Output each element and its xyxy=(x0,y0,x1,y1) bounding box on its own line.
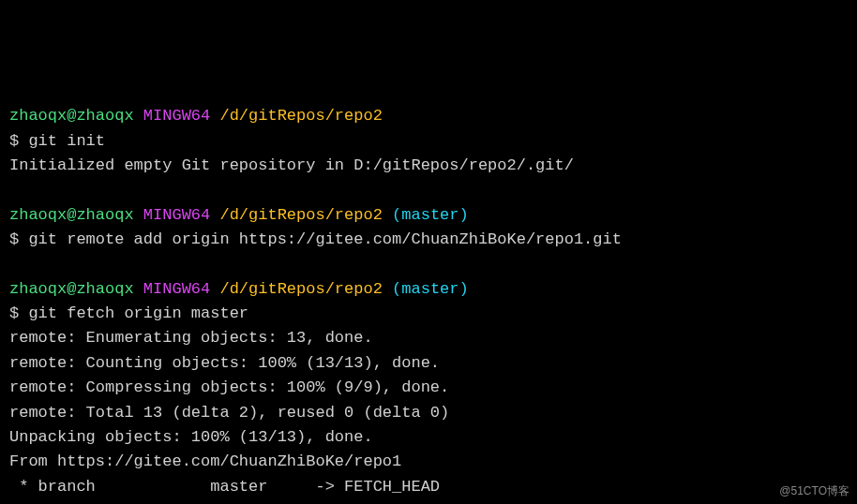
prompt-line: zhaoqx@zhaoqx MINGW64 /d/gitRepos/repo2 … xyxy=(9,277,848,302)
prompt-user: zhaoqx@zhaoqx xyxy=(9,107,134,125)
watermark-text: @51CTO博客 xyxy=(779,482,849,500)
output-line: remote: Total 13 (delta 2), reused 0 (de… xyxy=(9,401,848,425)
prompt-system: MINGW64 xyxy=(143,206,210,224)
command-line[interactable]: $ git remote add origin https://gitee.co… xyxy=(9,228,848,252)
prompt-path: /d/gitRepos/repo2 xyxy=(219,280,382,298)
prompt-branch: (master) xyxy=(392,280,469,298)
blank-line xyxy=(9,252,848,276)
command-line[interactable]: $ git init xyxy=(9,129,848,154)
prompt-dollar: $ xyxy=(9,132,28,150)
output-line: * branch master -> FETCH_HEAD xyxy=(9,475,848,499)
output-line: Unpacking objects: 100% (13/13), done. xyxy=(9,425,848,450)
prompt-path: /d/gitRepos/repo2 xyxy=(219,107,382,125)
command-text: git fetch origin master xyxy=(28,304,248,322)
prompt-path: /d/gitRepos/repo2 xyxy=(219,206,382,224)
terminal-output: zhaoqx@zhaoqx MINGW64 /d/gitRepos/repo2$… xyxy=(9,104,848,504)
output-line: remote: Enumerating objects: 13, done. xyxy=(9,326,848,350)
command-text: git init xyxy=(28,132,105,150)
output-line: remote: Counting objects: 100% (13/13), … xyxy=(9,351,848,376)
prompt-dollar: $ xyxy=(9,304,28,322)
output-line: Initialized empty Git repository in D:/g… xyxy=(9,154,848,178)
output-line: From https://gitee.com/ChuanZhiBoKe/repo… xyxy=(9,450,848,474)
prompt-system: MINGW64 xyxy=(143,107,210,125)
blank-line xyxy=(9,178,848,202)
prompt-branch: (master) xyxy=(392,206,469,224)
prompt-user: zhaoqx@zhaoqx xyxy=(9,206,134,224)
command-line[interactable]: $ git fetch origin master xyxy=(9,302,848,326)
prompt-line: zhaoqx@zhaoqx MINGW64 /d/gitRepos/repo2 xyxy=(9,104,848,128)
prompt-system: MINGW64 xyxy=(143,280,210,298)
prompt-dollar: $ xyxy=(9,230,28,248)
output-line: * [new branch] master -> origin/master xyxy=(9,499,848,504)
command-text: git remote add origin https://gitee.com/… xyxy=(28,230,622,248)
output-line: remote: Compressing objects: 100% (9/9),… xyxy=(9,376,848,400)
prompt-line: zhaoqx@zhaoqx MINGW64 /d/gitRepos/repo2 … xyxy=(9,203,848,228)
prompt-user: zhaoqx@zhaoqx xyxy=(9,280,134,298)
